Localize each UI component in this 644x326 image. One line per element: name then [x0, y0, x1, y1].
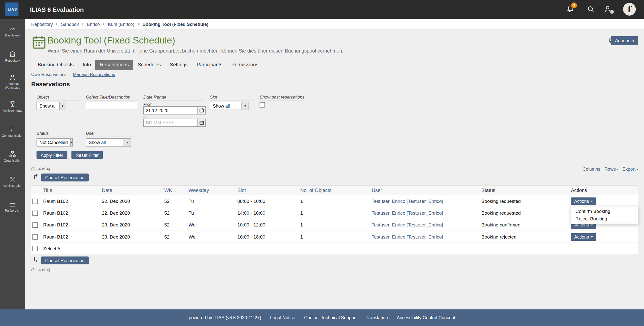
search-button[interactable] — [586, 5, 596, 14]
column-header-slot[interactable]: Slot — [237, 188, 300, 193]
footer-link-contact-support[interactable]: Contact Technical Support — [304, 315, 357, 320]
footer-separator — [392, 315, 393, 320]
ilias-logo[interactable]: ILIAS — [5, 3, 19, 16]
column-header-user[interactable]: User — [372, 188, 481, 193]
tab-info[interactable]: Info — [78, 60, 96, 70]
user-link[interactable]: Testuser, Enrico [Testuser_Enrico] — [372, 199, 443, 204]
status-select[interactable]: Not Cancelled — [36, 138, 73, 147]
sidebar-item-dashboard[interactable]: Dashboard — [0, 19, 25, 44]
user-avatar[interactable]: f — [623, 3, 636, 16]
tab-settings[interactable]: Settings — [165, 60, 192, 70]
row-actions-button[interactable]: Actions — [571, 233, 596, 241]
section-title: Reservations — [31, 80, 70, 87]
column-header-title[interactable]: Title — [43, 188, 102, 193]
notifications-button[interactable]: 3 — [566, 5, 575, 14]
sidebar-item-testbereich[interactable]: Testbereich — [0, 194, 25, 219]
filter-label-status: Status — [36, 130, 81, 137]
filter-label-object: Object — [36, 95, 81, 101]
tab-reservations[interactable]: Reservations — [95, 60, 133, 70]
cell-weekday: We — [188, 234, 237, 239]
subtab-manage-reservations[interactable]: Manage Reservations — [73, 72, 115, 77]
date-to-calendar-button[interactable] — [197, 119, 206, 127]
chevron-down-icon — [589, 234, 593, 239]
sidebar-item-organisation[interactable]: Organisation — [0, 144, 25, 169]
trophy-icon — [9, 100, 16, 108]
tab-participants[interactable]: Participants — [192, 60, 227, 70]
filter-label-user: User — [86, 130, 138, 137]
row-actions-button[interactable]: Actions — [571, 197, 596, 205]
breadcrumb-item-sandbox[interactable]: Sandbox — [61, 22, 79, 27]
sidebar-item-communication[interactable]: Communication — [0, 119, 25, 144]
breadcrumb-separator — [82, 22, 84, 26]
row-checkbox[interactable] — [32, 222, 38, 227]
page-actions-button[interactable]: Actions — [611, 36, 638, 45]
row-checkbox[interactable] — [32, 198, 38, 204]
filter-label-slot: Slot — [210, 95, 254, 101]
user-link[interactable]: Testuser, Enrico [Testuser_Enrico] — [372, 211, 443, 216]
sidebar-item-achievements[interactable]: Achievements — [0, 94, 25, 119]
user-select[interactable]: Show all — [86, 138, 131, 147]
online-users-button[interactable] — [603, 5, 613, 14]
slot-select[interactable]: Show all — [210, 102, 249, 110]
column-header-actions: Actions — [571, 188, 638, 193]
row-checkbox[interactable] — [32, 210, 38, 216]
breadcrumb-item-enrico[interactable]: Enrico — [87, 22, 100, 27]
column-header-status: Status — [481, 188, 571, 193]
arrow-up-right-icon — [33, 174, 39, 181]
tab-permissions[interactable]: Permissions — [227, 60, 263, 70]
select-all-checkbox[interactable] — [32, 246, 38, 251]
tab-booking-objects[interactable]: Booking Objects — [33, 60, 78, 70]
cell-title: Raum B102 — [43, 234, 102, 239]
cancel-reservation-button-bottom[interactable]: Cancel Reservation — [41, 256, 89, 264]
online-users-badge — [610, 10, 614, 14]
row-checkbox[interactable] — [32, 234, 38, 239]
sidebar-item-repository[interactable]: Repository — [0, 44, 25, 69]
footer-link-accessibility[interactable]: Accessibility Control Concept — [397, 315, 455, 320]
column-header-date[interactable]: Date — [102, 188, 164, 193]
speech-bubble-icon — [9, 125, 16, 133]
apply-filter-button[interactable]: Apply Filter — [36, 151, 67, 159]
footer-link-translation[interactable]: Translation — [366, 315, 388, 320]
reject-booking-menuitem[interactable]: Reject Booking — [571, 215, 638, 222]
breadcrumb-separator — [137, 22, 140, 26]
cancel-reservation-button-top[interactable]: Cancel Reservation — [41, 174, 89, 181]
column-header-objects[interactable]: No. of Objects — [300, 188, 372, 193]
reset-filter-button[interactable]: Reset Filter — [71, 151, 103, 159]
user-link[interactable]: Testuser, Enrico [Testuser_Enrico] — [372, 222, 443, 227]
date-from-calendar-button[interactable] — [197, 106, 206, 115]
chevron-down-icon — [636, 167, 638, 172]
bell-icon — [566, 8, 575, 15]
columns-dropdown[interactable]: Columns — [583, 167, 600, 172]
date-from-input[interactable] — [143, 106, 197, 115]
top-bar: ILIAS ILIAS 6 Evaluation 3 — [0, 0, 644, 19]
cell-objects: 1 — [300, 211, 372, 216]
confirm-booking-menuitem[interactable]: Confirm Booking — [571, 208, 638, 215]
tab-schedules[interactable]: Schedules — [133, 60, 165, 70]
table-controls: Columns Rows Export — [583, 167, 638, 172]
user-link[interactable]: Testuser, Enrico [Testuser_Enrico] — [372, 234, 443, 239]
table-row: Raum B102 23. Dec 2020 52 We 16:00 - 18:… — [31, 231, 638, 243]
sidebar-item-personal-workspace[interactable]: Personal Workspace — [0, 69, 25, 94]
cell-slot: 14:00 - 16:00 — [237, 211, 300, 216]
footer-link-legal-notice[interactable]: Legal Notice — [270, 315, 295, 320]
breadcrumb: Repository Sandbox Enrico Kurs (Enrico) … — [25, 19, 644, 29]
show-past-reservations-checkbox[interactable] — [260, 102, 265, 108]
breadcrumb-item-repository[interactable]: Repository — [31, 22, 53, 27]
column-header-weekday[interactable]: Weekday — [188, 188, 237, 193]
footer-separator — [360, 315, 362, 320]
result-range-top: (1 - 4 of 4) — [31, 167, 50, 171]
page-title: Booking Tool (Fixed Schedule) — [47, 35, 175, 46]
object-title-input[interactable] — [86, 102, 138, 110]
object-select[interactable]: Show all — [36, 102, 66, 110]
date-to-input[interactable] — [143, 119, 197, 127]
export-dropdown[interactable]: Export — [623, 167, 638, 172]
sidebar-item-administration[interactable]: Administration — [0, 169, 25, 194]
column-header-wk[interactable]: WK — [164, 188, 188, 193]
rows-dropdown[interactable]: Rows — [605, 167, 619, 172]
date-to-label: to — [143, 114, 147, 119]
subtab-own-reservations[interactable]: Own Reservations — [31, 72, 66, 77]
cell-wk: 52 — [164, 234, 188, 239]
breadcrumb-separator — [56, 22, 58, 26]
cell-status: Booking requested — [481, 211, 571, 216]
breadcrumb-item-kurs[interactable]: Kurs (Enrico) — [108, 22, 134, 27]
